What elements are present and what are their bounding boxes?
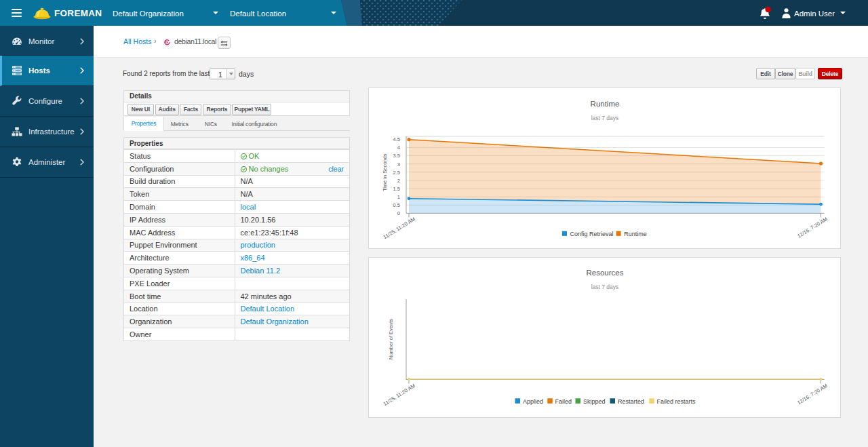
svg-text:Restarted: Restarted	[618, 398, 644, 405]
svg-text:Skipped: Skipped	[583, 398, 606, 405]
svg-text:0: 0	[397, 210, 400, 216]
svg-text:11/25, 11:20 AM: 11/25, 11:20 AM	[382, 216, 416, 240]
svg-text:last 7 days: last 7 days	[591, 115, 619, 121]
svg-text:Applied: Applied	[523, 398, 543, 405]
svg-text:12/16, 7:20 AM: 12/16, 7:20 AM	[796, 383, 829, 406]
svg-text:11/25, 11:20 AM: 11/25, 11:20 AM	[382, 383, 416, 407]
svg-text:Time in Seconds: Time in Seconds	[382, 153, 388, 191]
svg-text:1.5: 1.5	[393, 186, 400, 192]
svg-text:Failed restarts: Failed restarts	[657, 398, 696, 405]
svg-text:Resources: Resources	[587, 269, 624, 277]
svg-text:Runtime: Runtime	[591, 100, 620, 108]
svg-text:2: 2	[397, 178, 400, 184]
svg-text:1: 1	[397, 194, 400, 200]
svg-text:Config Retrieval: Config Retrieval	[570, 231, 614, 237]
svg-text:last 7 days: last 7 days	[591, 284, 619, 290]
svg-text:3.5: 3.5	[393, 153, 400, 159]
svg-text:12/16, 7:20 AM: 12/16, 7:20 AM	[796, 216, 829, 239]
svg-text:2.5: 2.5	[393, 170, 400, 176]
svg-text:4: 4	[397, 144, 400, 151]
svg-text:3: 3	[397, 161, 400, 168]
svg-text:4.5: 4.5	[393, 136, 400, 142]
svg-text:Number of Events: Number of Events	[388, 319, 394, 359]
svg-text:Runtime: Runtime	[624, 231, 647, 237]
svg-text:Failed: Failed	[555, 398, 572, 405]
svg-text:0.5: 0.5	[393, 202, 400, 208]
